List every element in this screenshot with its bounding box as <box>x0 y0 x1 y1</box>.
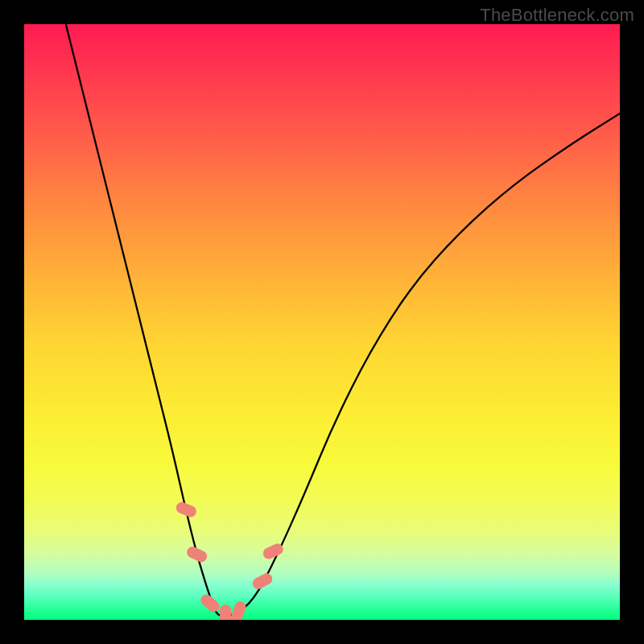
marker-e <box>229 600 247 620</box>
chart-frame <box>24 24 620 620</box>
svg-rect-3 <box>220 605 231 620</box>
chart-svg <box>24 24 620 620</box>
svg-rect-0 <box>175 501 198 519</box>
watermark-text: TheBottleneck.com <box>480 5 634 26</box>
svg-rect-5 <box>250 572 275 592</box>
chart-curve <box>66 24 620 617</box>
marker-b <box>185 545 208 564</box>
svg-rect-4 <box>229 600 247 620</box>
marker-d <box>220 605 231 620</box>
svg-rect-1 <box>185 545 208 564</box>
curve-path <box>66 24 620 617</box>
chart-markers <box>175 501 285 620</box>
marker-a <box>175 501 198 519</box>
marker-f <box>250 572 275 592</box>
